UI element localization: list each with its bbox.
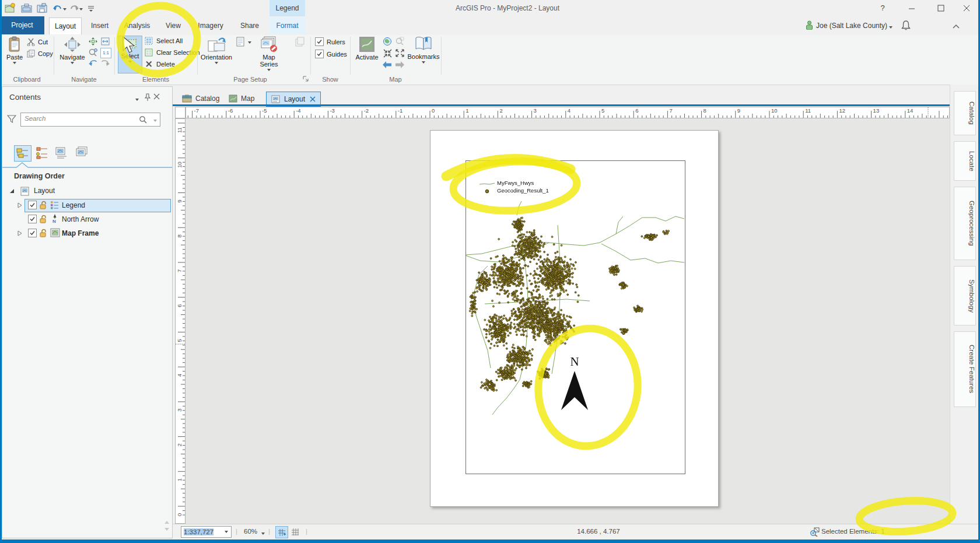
zoom-level[interactable]: 60% xyxy=(244,528,257,535)
globe-view-icon[interactable] xyxy=(383,37,393,46)
zoom-settings-icon[interactable] xyxy=(88,48,98,57)
list-maps-button[interactable] xyxy=(54,145,70,160)
delete-button[interactable]: Delete xyxy=(145,60,175,68)
layout-canvas[interactable]: MyFwys_Hwys Geocoding_Result_1 N xyxy=(186,118,950,524)
user-dropdown-icon[interactable] xyxy=(889,26,892,29)
help-button[interactable]: ? xyxy=(874,1,891,15)
search-input[interactable]: Search xyxy=(20,113,160,127)
svg-text:11: 11 xyxy=(805,107,811,114)
expander-collapsed-icon[interactable] xyxy=(18,230,22,236)
filter-icon[interactable] xyxy=(7,115,16,124)
undo-dropdown-icon[interactable] xyxy=(63,8,66,10)
zoom-one-to-one-icon[interactable]: 1:1 xyxy=(100,48,111,58)
tree-item-legend-content[interactable]: Legend xyxy=(2,199,171,212)
fit-to-window-icon[interactable] xyxy=(100,37,110,46)
duplicate-page-icon xyxy=(295,37,306,47)
north-arrow-element[interactable] xyxy=(557,370,592,412)
zoom-dropdown-icon[interactable] xyxy=(261,533,265,535)
undo-icon[interactable] xyxy=(52,3,63,13)
select-all-button[interactable]: Select All xyxy=(145,37,183,45)
map-back-icon[interactable] xyxy=(382,61,393,69)
save-project-icon[interactable] xyxy=(37,3,48,13)
list-layouts-button[interactable] xyxy=(74,145,90,160)
view-tab-catalog[interactable]: Catalog xyxy=(177,92,224,106)
close-button[interactable] xyxy=(958,1,975,15)
notifications-bell-icon[interactable] xyxy=(901,20,911,31)
pin-icon[interactable] xyxy=(144,93,151,101)
map-forward-icon[interactable] xyxy=(394,61,405,69)
pane-menu-icon[interactable] xyxy=(135,99,139,101)
horizontal-ruler[interactable]: -7-6-5-4-3-2-101234567891011121314 xyxy=(186,107,950,118)
unlocked-icon[interactable] xyxy=(39,201,47,209)
side-tab-geoprocessing[interactable]: Geoprocessing xyxy=(954,187,976,260)
selected-elements-count[interactable]: Selected Elements: 1 xyxy=(821,528,885,535)
previous-extent-icon[interactable] xyxy=(88,59,98,68)
new-project-icon[interactable] xyxy=(5,3,16,13)
open-project-icon[interactable] xyxy=(21,3,33,13)
page-settings-dropdown-icon[interactable] xyxy=(248,41,251,44)
svg-text:10: 10 xyxy=(771,107,778,114)
view-tab-map[interactable]: Map xyxy=(224,92,259,106)
close-pane-icon[interactable] xyxy=(153,93,160,100)
side-tab-catalog[interactable]: Catalog xyxy=(954,91,976,135)
side-tab-locate[interactable]: Locate xyxy=(954,141,976,181)
guides-checkbox[interactable]: Guides xyxy=(315,50,347,58)
tree-item-layout[interactable]: Layout xyxy=(2,185,171,198)
clear-selection-button[interactable]: Clear Selection xyxy=(145,48,200,57)
map-frame-visibility-checkbox[interactable] xyxy=(28,229,37,237)
activate-button[interactable]: Activate xyxy=(354,36,380,61)
copy-button[interactable]: Copy xyxy=(27,50,53,58)
snap-to-grid-button[interactable] xyxy=(275,526,288,538)
legend-visibility-checkbox[interactable] xyxy=(28,201,37,209)
navigate-button[interactable]: Navigate xyxy=(58,36,86,64)
page-settings-icon[interactable] xyxy=(236,37,246,47)
bookmarks-button[interactable]: Bookmarks xyxy=(407,36,440,64)
tab-layout[interactable]: Layout xyxy=(49,17,82,34)
map-frame-border[interactable] xyxy=(466,160,685,474)
list-by-element-order-button[interactable] xyxy=(34,145,50,160)
close-view-icon[interactable] xyxy=(310,96,316,102)
map-series-button[interactable]: Map Series xyxy=(252,36,286,71)
layout-page[interactable]: MyFwys_Hwys Geocoding_Result_1 N xyxy=(430,130,719,507)
tab-insert[interactable]: Insert xyxy=(85,17,114,34)
tree-item-north-arrow[interactable]: N North Arrow xyxy=(2,213,171,226)
side-tab-symbology[interactable]: Symbology xyxy=(954,266,976,325)
north-arrow-visibility-checkbox[interactable] xyxy=(28,215,37,223)
page-setup-launcher-icon[interactable] xyxy=(302,75,309,82)
rulers-checkbox[interactable]: Rulers xyxy=(315,37,345,46)
signed-in-user[interactable]: Joe (Salt Lake County) xyxy=(816,22,887,30)
paste-button[interactable]: Paste xyxy=(4,36,26,64)
expander-collapsed-icon[interactable] xyxy=(18,202,22,208)
side-tab-create-features[interactable]: Create Features xyxy=(954,331,976,407)
vertical-ruler[interactable]: 11109876543210 xyxy=(175,118,186,524)
pane-scroll-arrows[interactable] xyxy=(164,520,170,533)
scale-dropdown[interactable] xyxy=(222,526,232,538)
collapse-ribbon-icon[interactable] xyxy=(952,23,960,29)
maximize-button[interactable] xyxy=(932,1,950,15)
unlocked-icon[interactable] xyxy=(39,229,47,237)
customize-qat-icon[interactable] xyxy=(88,5,94,12)
unlocked-icon[interactable] xyxy=(39,215,47,223)
scale-input[interactable]: 1:337,727 xyxy=(181,526,225,538)
tree-item-map-frame[interactable]: Map Frame xyxy=(2,227,171,240)
redo-icon[interactable] xyxy=(69,3,79,13)
next-extent-icon[interactable] xyxy=(100,59,110,68)
show-grid-button[interactable] xyxy=(289,526,301,537)
tab-project[interactable]: Project xyxy=(0,16,44,34)
tab-view[interactable]: View xyxy=(160,17,187,34)
expand-extent-icon[interactable] xyxy=(395,48,405,58)
minimize-button[interactable] xyxy=(903,1,921,15)
full-extent-icon[interactable] xyxy=(88,37,98,46)
cut-button[interactable]: Cut xyxy=(27,38,48,46)
list-by-drawing-order-button[interactable] xyxy=(14,145,32,162)
redo-dropdown-icon[interactable] xyxy=(79,8,83,10)
tab-format[interactable]: Format xyxy=(270,17,305,34)
expander-expanded-icon[interactable] xyxy=(9,188,15,194)
tab-analysis[interactable]: Analysis xyxy=(119,17,155,34)
tab-imagery[interactable]: Imagery xyxy=(190,17,231,34)
tab-share[interactable]: Share xyxy=(236,17,264,34)
legend-entry-label: Geocoding_Result_1 xyxy=(497,187,549,194)
svg-text:-5: -5 xyxy=(262,107,267,114)
contract-extent-icon[interactable] xyxy=(383,48,393,58)
orientation-button[interactable]: Orientation xyxy=(202,36,231,64)
